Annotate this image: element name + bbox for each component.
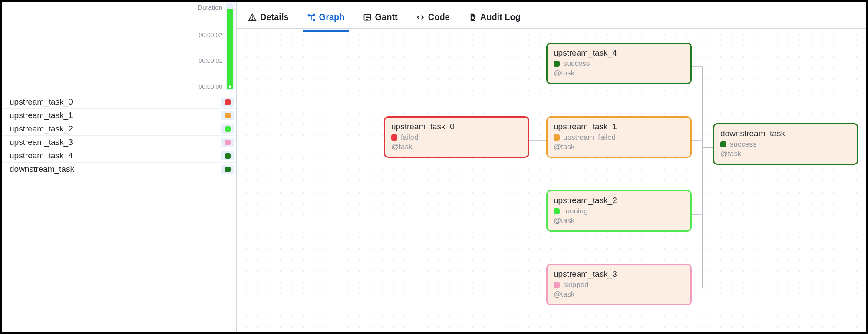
- task-status-cell[interactable]: [221, 138, 234, 147]
- task-row[interactable]: downstream_task: [2, 163, 236, 176]
- task-name: upstream_task_0: [10, 97, 73, 107]
- gantt-icon: [363, 13, 372, 22]
- svg-rect-3: [313, 13, 315, 16]
- node-decorator: @task: [554, 290, 684, 299]
- task-name: downstream_task: [10, 164, 74, 174]
- status-dot-upstream_failed-icon: [554, 134, 560, 141]
- details-icon: [248, 13, 257, 22]
- graph-node-u2[interactable]: upstream_task_2running@task: [546, 190, 692, 232]
- task-status-cell[interactable]: [221, 151, 234, 160]
- main: DetailsGraphGanttCodeAudit Log upstream_…: [237, 2, 866, 332]
- status-dot-running-icon: [554, 208, 560, 214]
- duration-tick: 00:00:01: [199, 57, 223, 64]
- duration-bar-track[interactable]: [226, 3, 234, 90]
- graph-node-u3[interactable]: upstream_task_3skipped@task: [546, 264, 692, 305]
- code-icon: [416, 13, 425, 22]
- node-title: upstream_task_0: [391, 122, 522, 131]
- graph-node-u1[interactable]: upstream_task_1upstream_failed@task: [546, 116, 692, 158]
- svg-point-9: [472, 16, 474, 19]
- status-dot-running-icon: [225, 126, 231, 132]
- node-status-row: running: [554, 207, 684, 216]
- task-row[interactable]: upstream_task_2: [2, 122, 236, 136]
- status-dot-upstream_failed-icon: [225, 113, 231, 118]
- node-title: upstream_task_1: [554, 122, 684, 131]
- tab-audit_log[interactable]: Audit Log: [466, 8, 522, 26]
- edge-u1-d: [692, 141, 713, 147]
- task-name: upstream_task_2: [10, 124, 73, 134]
- svg-rect-4: [313, 19, 315, 21]
- node-title: upstream_task_2: [554, 196, 684, 205]
- duration-tick: 00:00:00: [199, 83, 223, 90]
- node-title: upstream_task_3: [554, 269, 684, 279]
- node-decorator: @task: [554, 143, 684, 151]
- tabs: DetailsGraphGanttCodeAudit Log: [237, 2, 866, 29]
- node-status-text: success: [563, 59, 590, 68]
- tab-label: Details: [260, 12, 289, 22]
- node-status-row: failed: [391, 133, 522, 142]
- graph-node-d[interactable]: downstream_tasksuccess@task: [713, 123, 858, 165]
- edge-u4-d: [692, 67, 713, 147]
- svg-point-1: [252, 19, 253, 20]
- status-dot-success-icon: [554, 61, 560, 67]
- task-row[interactable]: upstream_task_1: [2, 109, 236, 122]
- graph-node-u4[interactable]: upstream_task_4success@task: [546, 43, 692, 84]
- node-status-text: failed: [401, 133, 419, 142]
- duration-label: Duration: [198, 3, 222, 11]
- status-dot-skipped-icon: [225, 140, 231, 145]
- status-dot-failed-icon: [391, 134, 397, 141]
- duration-bar[interactable]: [227, 9, 233, 89]
- status-dot-success-icon: [225, 153, 231, 159]
- status-dot-success-icon: [225, 167, 231, 172]
- sidebar: Duration 00:00:02 00:00:01 00:00:00 upst…: [2, 2, 237, 332]
- task-row[interactable]: upstream_task_0: [2, 95, 236, 109]
- graph-view[interactable]: upstream_task_0failed@taskupstream_task_…: [237, 29, 866, 332]
- edge-u2-d: [692, 147, 713, 214]
- status-dot-success-icon: [720, 141, 726, 147]
- task-list: upstream_task_0upstream_task_1upstream_t…: [2, 95, 236, 176]
- task-name: upstream_task_4: [10, 151, 73, 160]
- tab-label: Audit Log: [480, 12, 521, 22]
- edge-u3-d: [692, 147, 713, 288]
- task-name: upstream_task_1: [10, 111, 73, 120]
- tab-label: Graph: [319, 12, 345, 22]
- tab-details[interactable]: Details: [246, 8, 290, 26]
- task-row[interactable]: upstream_task_4: [2, 149, 236, 163]
- duration-tick: 00:00:02: [199, 32, 223, 39]
- node-decorator: @task: [391, 143, 522, 151]
- node-title: downstream_task: [720, 129, 851, 138]
- node-status-text: skipped: [563, 281, 589, 289]
- node-status-row: success: [720, 140, 851, 149]
- node-status-text: success: [730, 140, 756, 149]
- tab-label: Code: [428, 12, 450, 22]
- node-decorator: @task: [720, 150, 851, 158]
- task-status-cell[interactable]: [221, 98, 234, 107]
- node-decorator: @task: [554, 69, 684, 78]
- graph-icon: [307, 13, 316, 22]
- tab-graph[interactable]: Graph: [305, 8, 347, 26]
- audit_log-icon: [468, 13, 477, 22]
- task-status-cell[interactable]: [221, 124, 234, 134]
- node-title: upstream_task_4: [554, 48, 684, 58]
- node-decorator: @task: [554, 216, 684, 225]
- task-status-cell[interactable]: [221, 165, 234, 174]
- node-status-text: running: [563, 207, 588, 216]
- node-status-row: skipped: [554, 281, 684, 289]
- svg-rect-2: [307, 14, 310, 16]
- node-status-row: success: [554, 59, 684, 68]
- status-dot-failed-icon: [225, 99, 231, 105]
- tab-label: Gantt: [375, 12, 398, 22]
- graph-node-u0[interactable]: upstream_task_0failed@task: [384, 116, 529, 158]
- status-dot-skipped-icon: [554, 282, 560, 288]
- duration-axis: Duration 00:00:02 00:00:01 00:00:00: [198, 3, 222, 90]
- task-row[interactable]: upstream_task_3: [2, 136, 236, 149]
- task-name: upstream_task_3: [10, 138, 73, 147]
- task-status-cell[interactable]: [221, 111, 234, 120]
- duration-chart: Duration 00:00:02 00:00:01 00:00:00: [2, 2, 236, 95]
- node-status-row: upstream_failed: [554, 133, 684, 142]
- node-status-text: upstream_failed: [563, 133, 616, 142]
- tab-gantt[interactable]: Gantt: [361, 8, 399, 26]
- tab-code[interactable]: Code: [414, 8, 452, 26]
